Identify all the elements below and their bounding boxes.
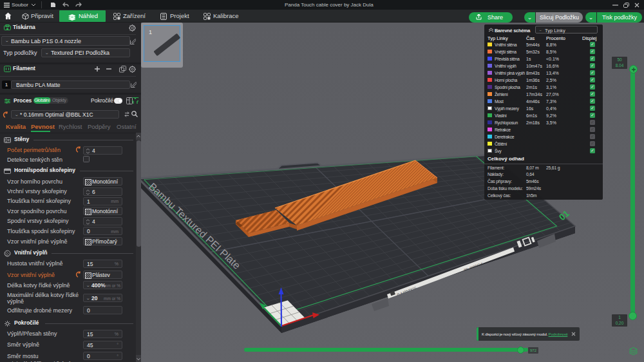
- svg-text:1: 1: [149, 29, 152, 35]
